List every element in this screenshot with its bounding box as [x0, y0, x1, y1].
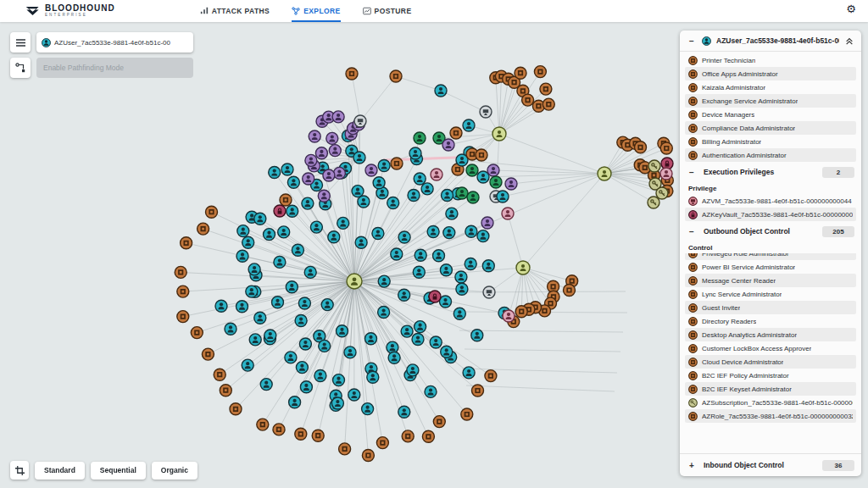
graph-node-selected[interactable]: [492, 127, 506, 141]
list-item[interactable]: B2C IEF Keyset Administrator: [685, 382, 856, 396]
graph-node-green[interactable]: [414, 132, 426, 144]
graph-node-user[interactable]: [407, 364, 419, 376]
graph-node-user[interactable]: [412, 334, 424, 346]
graph-node-purple[interactable]: [333, 167, 345, 179]
graph-node-role[interactable]: [433, 416, 445, 428]
graph-node-user[interactable]: [378, 275, 390, 287]
graph-node-user[interactable]: [409, 147, 421, 159]
graph-node-user[interactable]: [455, 271, 467, 283]
graph-node-user[interactable]: [362, 403, 374, 415]
graph-node-user[interactable]: [352, 186, 364, 197]
graph-node-pink[interactable]: [660, 168, 672, 180]
graph-node-user[interactable]: [281, 164, 293, 175]
graph-node-role[interactable]: [534, 66, 546, 78]
list-item[interactable]: Authentication Administrator: [685, 148, 856, 162]
graph-node-role[interactable]: [376, 437, 388, 449]
graph-node-role[interactable]: [206, 206, 218, 218]
graph-node-purple[interactable]: [481, 217, 493, 229]
graph-node-role[interactable]: [540, 83, 552, 95]
graph-node-user[interactable]: [289, 396, 301, 408]
list-item[interactable]: AZVM_7ac5533e-9881-4e0f-b51c-00000000004…: [685, 194, 856, 208]
graph-node-user[interactable]: [358, 196, 370, 208]
app-logo[interactable]: BLOODHOUND ENTERPRISE: [25, 4, 115, 18]
graph-node-user[interactable]: [453, 308, 465, 319]
list-item[interactable]: AZRole_7ac5533e-9881-4e0f-b51c-000000000…: [685, 409, 856, 423]
graph-node-user[interactable]: [236, 250, 248, 262]
graph-node-user[interactable]: [372, 228, 384, 240]
graph-node-pink[interactable]: [503, 310, 515, 322]
graph-node-role[interactable]: [391, 158, 403, 169]
graph-node-user[interactable]: [425, 385, 437, 397]
graph-node-purple[interactable]: [329, 145, 341, 157]
search-input[interactable]: AZUser_7ac5533e-9881-4e0f-b51c-00: [36, 32, 193, 53]
graph-node-user[interactable]: [278, 226, 290, 238]
graph-node-role[interactable]: [177, 286, 189, 297]
graph-node-user[interactable]: [344, 347, 356, 358]
graph-node-selected[interactable]: [347, 274, 362, 289]
graph-node-user[interactable]: [440, 264, 452, 276]
graph-node-selected[interactable]: [598, 167, 611, 180]
graph-node-pink[interactable]: [502, 208, 514, 219]
list-item[interactable]: Directory Readers: [685, 314, 856, 328]
collapse-section-icon[interactable]: −: [687, 36, 697, 46]
graph-node-user[interactable]: [391, 248, 403, 260]
graph-node-purple[interactable]: [309, 130, 320, 142]
list-item[interactable]: Desktop Analytics Administrator: [685, 328, 856, 341]
graph-node-role[interactable]: [422, 430, 434, 442]
graph-node-user[interactable]: [296, 362, 308, 374]
graph-node-user[interactable]: [246, 286, 258, 297]
graph-node-user[interactable]: [456, 283, 468, 295]
graph-node-user[interactable]: [328, 231, 340, 243]
graph-node-user[interactable]: [242, 359, 253, 371]
list-item[interactable]: Lync Service Administrator: [685, 287, 856, 301]
tab-attack-paths[interactable]: ATTACK PATHS: [200, 0, 270, 22]
graph-node-user[interactable]: [443, 227, 455, 239]
graph-node-user[interactable]: [248, 263, 260, 275]
list-item[interactable]: Customer LockBox Access Approver: [685, 341, 856, 355]
graph-node-green[interactable]: [490, 176, 502, 188]
graph-node-user[interactable]: [430, 336, 442, 348]
graph-node-user[interactable]: [337, 217, 349, 229]
list-item[interactable]: AZSubscription_7ac5533e-9881-4e0f-b51c-0…: [685, 396, 856, 409]
graph-node-user[interactable]: [254, 213, 266, 225]
layout-organic-button[interactable]: Organic: [152, 462, 198, 480]
graph-node-user[interactable]: [398, 406, 410, 418]
graph-node-user[interactable]: [215, 300, 227, 312]
tab-explore[interactable]: EXPLORE: [292, 0, 340, 22]
graph-node-user[interactable]: [304, 266, 316, 278]
graph-node-role[interactable]: [346, 68, 358, 80]
graph-node-role[interactable]: [450, 127, 462, 139]
graph-node-role[interactable]: [476, 149, 487, 161]
settings-gear-icon[interactable]: ⚙: [846, 3, 856, 14]
list-item[interactable]: Printer Technician: [685, 53, 856, 67]
layout-standard-button[interactable]: Standard: [35, 462, 85, 480]
graph-node-user[interactable]: [353, 152, 365, 164]
section-outbound-object-control[interactable]: − Outbound Object Control 205: [685, 221, 856, 241]
graph-node-purple[interactable]: [303, 173, 314, 185]
graph-node-user[interactable]: [441, 346, 453, 358]
list-item[interactable]: Power BI Service Administrator: [685, 260, 856, 274]
graph-node-role[interactable]: [175, 266, 186, 278]
graph-node-subscription[interactable]: [648, 160, 660, 172]
graph-node-user[interactable]: [274, 256, 286, 268]
graph-node-role[interactable]: [660, 142, 672, 154]
list-item[interactable]: Message Center Reader: [685, 274, 856, 287]
graph-node-user[interactable]: [497, 191, 509, 202]
graph-node-user[interactable]: [388, 352, 400, 363]
graph-node-user[interactable]: [465, 225, 477, 237]
graph-node-user[interactable]: [471, 330, 483, 341]
graph-node-user[interactable]: [249, 334, 261, 346]
graph-node-role[interactable]: [257, 419, 269, 430]
graph-node-user[interactable]: [401, 325, 413, 337]
graph-node-purple[interactable]: [315, 147, 327, 159]
graph-node-user[interactable]: [421, 183, 433, 195]
fit-view-button[interactable]: [10, 461, 29, 480]
list-item[interactable]: Billing Administrator: [685, 135, 856, 148]
graph-node-role[interactable]: [522, 94, 534, 106]
graph-node-user[interactable]: [427, 226, 439, 238]
graph-node-selected[interactable]: [516, 261, 530, 274]
graph-node-user[interactable]: [292, 244, 303, 256]
graph-node-user[interactable]: [414, 173, 426, 185]
graph-node-green[interactable]: [466, 164, 478, 176]
list-item[interactable]: Privileged Role Administrator: [685, 253, 856, 260]
